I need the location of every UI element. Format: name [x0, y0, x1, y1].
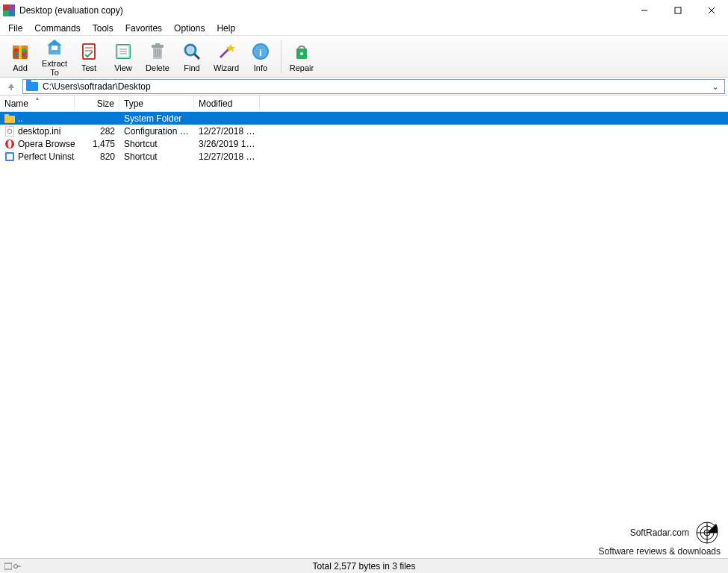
- svg-point-51: [14, 564, 18, 568]
- window-controls: [627, 0, 728, 21]
- svg-rect-7: [14, 48, 19, 51]
- app-icon: [4, 151, 15, 162]
- svg-rect-38: [4, 114, 9, 116]
- header-type[interactable]: Type: [119, 96, 194, 111]
- menu-help[interactable]: Help: [211, 22, 240, 35]
- svg-rect-8: [22, 48, 26, 51]
- list-item[interactable]: desktop.ini 282 Configuration setti... 1…: [0, 125, 728, 137]
- svg-rect-13: [83, 44, 95, 59]
- repair-label: Repair: [290, 63, 314, 72]
- address-field[interactable]: C:\Users\softradar\Desktop ⌄: [22, 79, 725, 94]
- key-icon: [13, 563, 21, 570]
- maximize-button[interactable]: [661, 0, 694, 21]
- repair-icon: [291, 41, 312, 62]
- menu-favorites[interactable]: Favorites: [120, 22, 167, 35]
- svg-point-42: [8, 140, 12, 148]
- view-icon: [113, 41, 134, 62]
- svg-point-29: [187, 46, 194, 54]
- svg-rect-10: [22, 53, 26, 56]
- test-icon: [78, 41, 99, 62]
- menu-options[interactable]: Options: [169, 22, 210, 35]
- wizard-button[interactable]: Wizard: [209, 37, 243, 76]
- list-item[interactable]: .. System Folder: [0, 112, 728, 125]
- menubar: File Commands Tools Favorites Options He…: [0, 21, 728, 36]
- info-button[interactable]: i Info: [243, 37, 278, 76]
- test-button[interactable]: Test: [72, 37, 106, 76]
- ini-file-icon: [4, 126, 15, 137]
- opera-icon: [4, 139, 15, 149]
- svg-text:i: i: [259, 48, 261, 58]
- extract-icon: [44, 37, 65, 57]
- up-button[interactable]: [3, 79, 19, 94]
- wizard-label: Wizard: [214, 63, 239, 72]
- list-item[interactable]: Opera Browser.lnk 1,475 Shortcut 3/26/20…: [0, 137, 728, 150]
- app-icon: [3, 4, 15, 16]
- titlebar-left: Desktop (evaluation copy): [3, 4, 123, 16]
- folder-icon: [4, 113, 15, 124]
- addressbar: C:\Users\softradar\Desktop ⌄: [0, 78, 728, 96]
- find-button[interactable]: Find: [175, 37, 209, 76]
- header-size[interactable]: Size: [75, 96, 119, 111]
- repair-button[interactable]: Repair: [284, 37, 319, 76]
- extract-label: Extract To: [37, 59, 72, 77]
- info-label: Info: [254, 63, 267, 72]
- extract-button[interactable]: Extract To: [37, 37, 72, 76]
- test-label: Test: [81, 63, 96, 72]
- add-button[interactable]: Add: [3, 37, 37, 76]
- watermark-brand: SoftRadar.com: [630, 527, 689, 538]
- find-label: Find: [184, 63, 199, 72]
- svg-rect-24: [155, 43, 160, 46]
- info-icon: i: [250, 41, 271, 62]
- status-text: Total 2,577 bytes in 3 files: [22, 561, 728, 572]
- archive-icon: [10, 41, 31, 62]
- radar-icon: [694, 519, 721, 546]
- toolbar: Add Extract To Test View Delete Find Wiz…: [0, 36, 728, 78]
- view-label: View: [114, 63, 132, 72]
- svg-rect-50: [4, 563, 12, 569]
- close-button[interactable]: [694, 0, 728, 21]
- column-headers: ▴Name Size Type Modified: [0, 96, 728, 112]
- toolbar-separator: [281, 40, 281, 73]
- minimize-button[interactable]: [627, 0, 661, 21]
- add-label: Add: [13, 63, 28, 72]
- wizard-icon: [216, 41, 237, 62]
- watermark-tag: Software reviews & downloads: [599, 546, 721, 557]
- disk-icon: [4, 563, 12, 570]
- find-icon: [181, 41, 202, 62]
- folder-icon: [26, 82, 38, 91]
- svg-rect-37: [4, 116, 15, 123]
- status-icons: [0, 563, 22, 570]
- svg-line-30: [194, 54, 199, 59]
- header-modified[interactable]: Modified: [194, 96, 260, 111]
- menu-tools[interactable]: Tools: [87, 22, 119, 35]
- watermark: SoftRadar.com Software reviews & downloa…: [599, 519, 721, 557]
- delete-button[interactable]: Delete: [140, 37, 175, 76]
- header-name[interactable]: ▴Name: [0, 96, 75, 111]
- svg-rect-1: [675, 7, 681, 13]
- svg-rect-44: [7, 154, 13, 160]
- view-button[interactable]: View: [106, 37, 140, 76]
- svg-point-36: [300, 52, 303, 55]
- delete-icon: [147, 41, 168, 62]
- menu-file[interactable]: File: [3, 22, 28, 35]
- titlebar: Desktop (evaluation copy): [0, 0, 728, 21]
- file-list[interactable]: .. System Folder desktop.ini 282 Configu…: [0, 112, 728, 566]
- svg-rect-9: [14, 53, 19, 56]
- delete-label: Delete: [146, 63, 169, 72]
- list-item[interactable]: Perfect Uninstall... 820 Shortcut 12/27/…: [0, 150, 728, 163]
- address-path: C:\Users\softradar\Desktop: [43, 81, 705, 92]
- svg-rect-6: [19, 46, 22, 59]
- menu-commands[interactable]: Commands: [29, 22, 85, 35]
- statusbar: Total 2,577 bytes in 3 files: [0, 558, 728, 573]
- chevron-down-icon[interactable]: ⌄: [709, 81, 721, 92]
- window-title: Desktop (evaluation copy): [19, 5, 123, 16]
- svg-rect-39: [5, 126, 14, 137]
- svg-rect-12: [52, 46, 57, 50]
